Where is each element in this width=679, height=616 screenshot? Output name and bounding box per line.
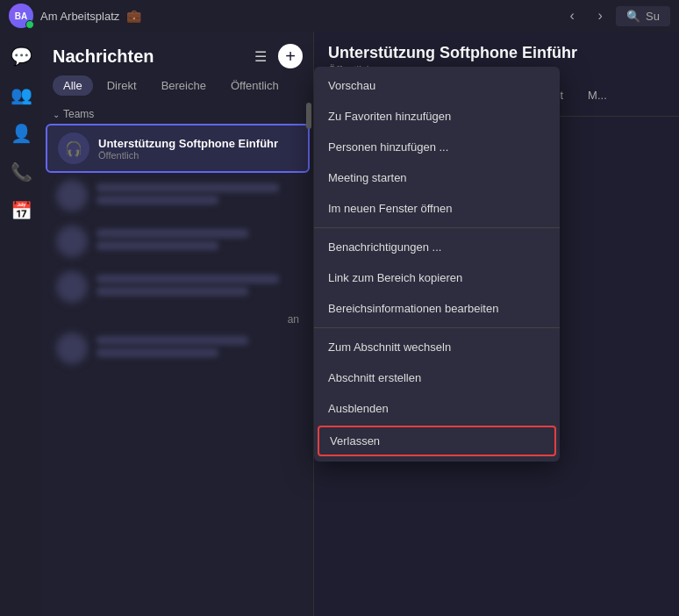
channel-info: Unterstützung Softphone Einführ Öffentli… — [98, 137, 297, 161]
right-panel: Unterstützung Softphone Einführ Öffentli… — [314, 32, 679, 616]
sidebar-icon-chat[interactable]: 💬 — [4, 39, 39, 74]
avatar: BA — [9, 4, 33, 28]
menu-item-benachrichtigungen[interactable]: Benachrichtigungen ... — [314, 232, 560, 262]
menu-item-abschnitt-wechseln[interactable]: Zum Abschnitt wechseln — [314, 332, 560, 362]
context-menu: Vorschau Zu Favoriten hinzufügen Persone… — [314, 67, 560, 462]
menu-item-vorschau[interactable]: Vorschau — [314, 70, 560, 101]
channel-subtitle: Öffentlich — [98, 150, 297, 161]
search-button[interactable]: 🔍 Su — [616, 6, 670, 26]
channel-name: Unterstützung Softphone Einführ — [98, 137, 297, 150]
blurred-avatar-3 — [56, 271, 88, 303]
nav-controls: ‹ › 🔍 Su — [560, 4, 670, 28]
sidebar-icon-calendar[interactable]: 📅 — [4, 193, 39, 228]
menu-item-link-kopieren[interactable]: Link zum Bereich kopieren — [314, 262, 560, 293]
back-button[interactable]: ‹ — [560, 4, 584, 28]
tab-bereiche[interactable]: Bereiche — [151, 75, 217, 96]
sidebar: 💬 👥 👤 📞 📅 — [0, 32, 42, 616]
an-text: an — [42, 313, 313, 326]
messages-actions: ☰ + — [248, 44, 303, 68]
menu-item-verlassen[interactable]: Verlassen — [318, 426, 556, 456]
blurred-avatar-1 — [56, 180, 88, 211]
messages-title: Nachrichten — [53, 47, 154, 67]
messages-panel: Nachrichten ☰ + Alle Direkt Bereiche Öff… — [42, 32, 314, 616]
forward-button[interactable]: › — [588, 4, 612, 28]
blurred-item-2 — [46, 218, 310, 264]
blurred-item-1 — [46, 173, 310, 218]
chevron-down-icon: ⌄ — [53, 110, 60, 119]
tab-all[interactable]: Alle — [53, 75, 93, 96]
tab-mehr[interactable]: M... — [575, 83, 619, 109]
menu-item-favoriten[interactable]: Zu Favoriten hinzufügen — [314, 101, 560, 132]
menu-item-neues-fenster[interactable]: Im neuen Fenster öffnen — [314, 193, 560, 224]
menu-item-ausblenden[interactable]: Ausblenden — [314, 393, 560, 424]
title-bar: BA Am Arbeitsplatz 💼 ‹ › 🔍 Su — [0, 0, 679, 32]
menu-item-abschnitt-erstellen[interactable]: Abschnitt erstellen — [314, 362, 560, 393]
main-layout: 💬 👥 👤 📞 📅 Nachrichten ☰ + Alle Direkt Be… — [0, 32, 679, 616]
blurred-avatar-2 — [56, 226, 88, 257]
channel-item-softphone[interactable]: 🎧 Unterstützung Softphone Einführ Öffent… — [46, 124, 310, 173]
channel-icon: 🎧 — [58, 133, 89, 164]
messages-header: Nachrichten ☰ + — [42, 32, 313, 75]
filter-button[interactable]: ☰ — [248, 44, 273, 68]
blurred-avatar-4 — [56, 333, 88, 364]
sidebar-icon-phone[interactable]: 📞 — [4, 154, 39, 190]
menu-item-meeting-starten[interactable]: Meeting starten — [314, 162, 560, 193]
search-icon: 🔍 — [626, 10, 640, 23]
message-list[interactable]: ⌄ Teams 🎧 Unterstützung Softphone Einfüh… — [42, 103, 313, 616]
menu-item-bereich-bearbeiten[interactable]: Bereichsinformationen bearbeiten — [314, 293, 560, 324]
right-title: Unterstützung Softphone Einführ — [328, 44, 609, 62]
teams-section-header[interactable]: ⌄ Teams — [42, 103, 313, 124]
blurred-item-3 — [46, 264, 310, 310]
add-message-button[interactable]: + — [278, 44, 303, 68]
menu-divider-1 — [314, 227, 560, 228]
app-title: Am Arbeitsplatz — [40, 10, 119, 23]
teams-section-label: Teams — [63, 108, 94, 120]
tab-oeffentlich[interactable]: Öffentlich — [220, 75, 289, 96]
tab-direct[interactable]: Direkt — [96, 75, 147, 96]
scrollbar[interactable] — [306, 103, 311, 129]
sidebar-icon-people[interactable]: 👥 — [4, 77, 39, 112]
app-emoji: 💼 — [126, 9, 141, 23]
blurred-item-4 — [46, 326, 310, 371]
filter-tabs: Alle Direkt Bereiche Öffentlich — [42, 75, 313, 103]
sidebar-icon-person[interactable]: 👤 — [4, 116, 39, 151]
menu-divider-2 — [314, 327, 560, 328]
menu-item-personen-hinzufuegen[interactable]: Personen hinzufügen ... — [314, 132, 560, 162]
